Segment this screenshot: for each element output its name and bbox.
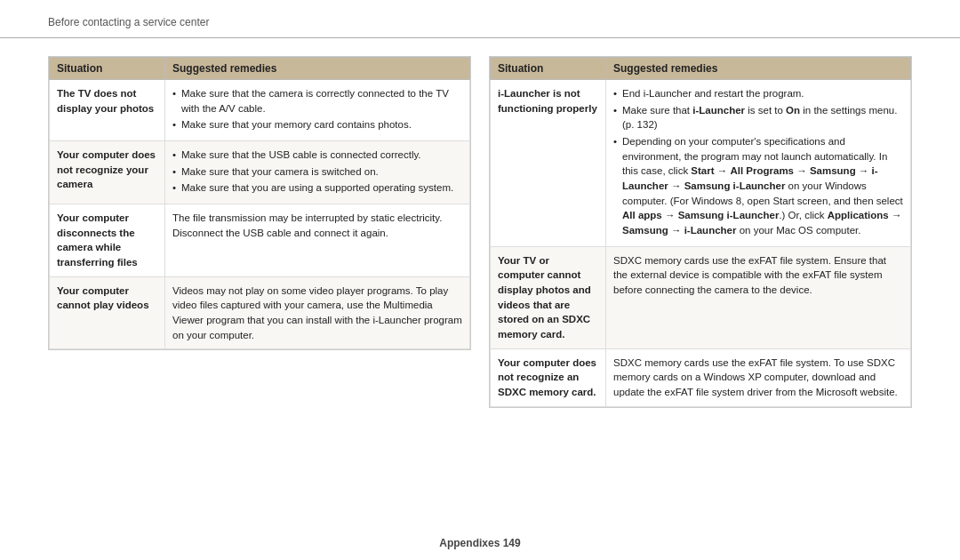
left-table-section: Situation Suggested remedies The TV does… [48,56,471,350]
list-item: Depending on your computer's specificati… [613,134,903,238]
header-title: Before contacting a service center [48,16,209,28]
left-col1-header: Situation [50,58,165,80]
list-item: Make sure that your memory card contains… [172,117,462,132]
remedies-cell: SDXC memory cards use the exFAT file sys… [606,348,911,406]
remedies-cell: Make sure that the USB cable is connecte… [165,141,470,204]
left-col2-header: Suggested remedies [165,58,470,80]
list-item: Make sure that the USB cable is connecte… [172,148,462,163]
situation-cell: Your computer does not recognize an SDXC… [491,348,606,406]
situation-cell: Your computer does not recognize your ca… [50,141,165,204]
remedies-cell: Make sure that the camera is correctly c… [165,80,470,141]
main-content: Situation Suggested remedies The TV does… [0,38,960,530]
table-row: Your computer cannot play videos Videos … [50,276,470,349]
left-table: Situation Suggested remedies The TV does… [49,57,470,349]
table-row: Your computer disconnects the camera whi… [50,204,470,277]
table-row: Your computer does not recognize an SDXC… [491,348,911,406]
list-item: Make sure that the camera is correctly c… [172,86,462,116]
page-footer: Appendixes 149 [0,530,960,560]
footer-label: Appendixes [439,537,500,549]
situation-cell: Your computer cannot play videos [50,276,165,349]
remedies-cell: Videos may not play on some video player… [165,276,470,349]
table-row: Your computer does not recognize your ca… [50,141,470,204]
situation-cell: Your computer disconnects the camera whi… [50,204,165,277]
page-header: Before contacting a service center [0,0,960,38]
table-row: i-Launcher is not functioning properly E… [491,80,911,247]
list-item: Make sure that your camera is switched o… [172,164,462,180]
situation-cell: The TV does not display your photos [50,80,165,141]
list-item: End i-Launcher and restart the program. [613,86,903,101]
situation-cell: Your TV or computer cannot display photo… [491,246,606,348]
list-item: Make sure that i-Launcher is set to On i… [613,103,903,132]
right-table: Situation Suggested remedies i-Launcher … [490,57,911,407]
remedies-cell: The file transmission may be interrupted… [165,204,470,277]
footer-page: 149 [503,537,521,549]
situation-cell: i-Launcher is not functioning properly [491,80,606,247]
right-table-section: Situation Suggested remedies i-Launcher … [489,56,912,408]
table-row: The TV does not display your photos Make… [50,80,470,141]
right-col2-header: Suggested remedies [606,58,911,80]
remedies-cell: End i-Launcher and restart the program. … [606,80,911,247]
remedies-cell: SDXC memory cards use the exFAT file sys… [606,246,911,348]
right-col1-header: Situation [491,58,606,80]
table-row: Your TV or computer cannot display photo… [491,246,911,348]
list-item: Make sure that you are using a supported… [172,180,462,196]
